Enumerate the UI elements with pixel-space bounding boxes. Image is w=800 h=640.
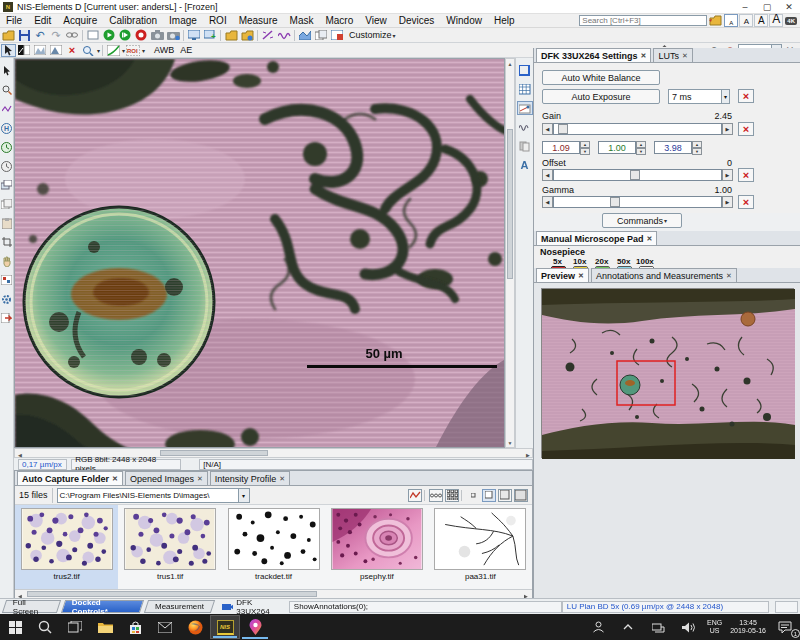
measurement-pane-icon[interactable] — [517, 101, 533, 115]
close-button[interactable]: ✕ — [778, 0, 800, 13]
gain-blue-spinner[interactable]: ▲▼ — [692, 141, 702, 154]
awb-button[interactable]: AWB — [151, 45, 177, 55]
lut-icon[interactable] — [106, 44, 121, 57]
camera-folder-icon[interactable] — [240, 29, 255, 42]
dropdown-arrow-icon[interactable]: ▾ — [721, 90, 729, 103]
menu-edit[interactable]: Edit — [28, 15, 57, 26]
thumbnail-size-small-icon[interactable] — [482, 489, 496, 502]
slider-right-icon[interactable]: ▶ — [722, 196, 733, 208]
menu-macro[interactable]: Macro — [319, 15, 359, 26]
search-input[interactable] — [579, 15, 707, 26]
close-icon[interactable]: ✕ — [682, 52, 688, 60]
preview-image[interactable] — [541, 288, 794, 458]
dropdown-arrow-icon[interactable]: ▾ — [239, 488, 250, 503]
auto-exposure-clock-icon[interactable] — [1, 141, 13, 153]
gain-red-spinner[interactable]: ▲▼ — [580, 141, 590, 154]
menu-mask[interactable]: Mask — [284, 15, 320, 26]
close-icon[interactable]: ✕ — [726, 272, 732, 280]
close-icon[interactable]: ✕ — [647, 235, 653, 243]
settings-gear-icon[interactable] — [1, 293, 13, 305]
export-icon[interactable] — [1, 312, 13, 324]
slider-thumb[interactable] — [630, 170, 640, 180]
people-icon[interactable] — [583, 615, 613, 639]
dropdown-arrow-icon[interactable]: ▾ — [97, 47, 100, 54]
save-icon[interactable] — [17, 29, 32, 42]
file-explorer-icon[interactable] — [90, 615, 120, 639]
gain-blue-value[interactable]: 3.98 — [654, 141, 692, 154]
thumbnail-paa31[interactable]: paa31.tif — [429, 505, 532, 589]
slider-thumb[interactable] — [610, 197, 620, 207]
close-icon[interactable]: ✕ — [112, 475, 118, 483]
menu-measure[interactable]: Measure — [233, 15, 284, 26]
commands-button[interactable]: Commands▾ — [602, 213, 682, 228]
menu-file[interactable]: File — [0, 15, 28, 26]
tab-camera-settings[interactable]: DFK 33UX264 Settings✕ — [536, 48, 651, 62]
duplicate-icon[interactable] — [1, 198, 13, 210]
display-add-icon[interactable]: + — [203, 29, 218, 42]
chevron-up-icon[interactable] — [613, 615, 643, 639]
gain-slider[interactable]: ◀ ▶ — [542, 123, 733, 135]
image-vertical-scrollbar[interactable]: ▲ ▼ — [505, 58, 515, 448]
clock[interactable]: 13:452019-05-16 — [730, 619, 766, 635]
folder-path-combo[interactable]: C:\Program Files\NIS-Elements D\images\ — [57, 488, 239, 503]
exposure-value-combo[interactable]: 7 ms▾ — [668, 89, 730, 104]
close-icon[interactable]: ✕ — [578, 272, 584, 280]
menu-acquire[interactable]: Acquire — [57, 15, 103, 26]
slider-left-icon[interactable]: ◀ — [542, 123, 553, 135]
magnifier-icon[interactable] — [1, 84, 13, 96]
reset-exposure-button[interactable]: × — [738, 89, 754, 103]
font-size-medium-button[interactable]: A — [739, 14, 753, 27]
thumbnail-size-large-icon[interactable] — [514, 489, 528, 502]
menu-devices[interactable]: Devices — [393, 15, 441, 26]
auto-capture-icon[interactable] — [166, 29, 181, 42]
list-view-icon[interactable] — [429, 489, 443, 502]
search-folder-icon[interactable] — [708, 14, 723, 27]
gain-red-value[interactable]: 1.09 — [542, 141, 580, 154]
scrollbar-thumb[interactable] — [27, 591, 317, 597]
offset-slider[interactable]: ◀ ▶ — [542, 169, 733, 181]
tab-annotations-measurements[interactable]: Annotations and Measurements✕ — [591, 268, 737, 282]
dropdown-arrow-icon[interactable]: ▾ — [142, 47, 145, 54]
tab-preview[interactable]: Preview✕ — [536, 268, 589, 282]
language-indicator[interactable]: ENGUS — [707, 619, 722, 635]
display-icon[interactable] — [187, 29, 202, 42]
paste-icon[interactable] — [1, 217, 13, 229]
start-button[interactable] — [0, 615, 30, 639]
overlay-window-icon[interactable] — [330, 29, 345, 42]
gain-green-spinner[interactable]: ▲▼ — [636, 141, 646, 154]
thumbnail-trus2[interactable]: trus2.tif — [15, 505, 118, 589]
slider-left-icon[interactable]: ◀ — [542, 196, 553, 208]
gain-green-value[interactable]: 1.00 — [598, 141, 636, 154]
scroll-up-icon[interactable]: ▲ — [506, 59, 514, 68]
volume-icon[interactable] — [673, 615, 703, 639]
mail-icon[interactable] — [150, 615, 180, 639]
manual-exposure-clock-icon[interactable] — [1, 160, 13, 172]
layout-windows-icon[interactable] — [314, 29, 329, 42]
layout-tab-measurement[interactable]: Measurement — [143, 600, 214, 613]
undo-icon[interactable]: ↶ — [33, 29, 48, 42]
redo-icon[interactable]: ↷ — [49, 29, 64, 42]
thumbnail-trackdet[interactable]: trackdet.tif — [222, 505, 325, 589]
menu-image[interactable]: Image — [163, 15, 203, 26]
main-image-view[interactable]: 50 µm — [14, 58, 505, 448]
histogram-icon[interactable] — [33, 44, 48, 57]
scrollbar-thumb[interactable] — [507, 129, 513, 279]
auto-white-balance-button[interactable]: Auto White Balance — [542, 70, 660, 85]
thumbnail-trus1[interactable]: trus1.tif — [118, 505, 221, 589]
crop-icon[interactable] — [1, 236, 13, 248]
store-icon[interactable] — [120, 615, 150, 639]
auto-exposure-button[interactable]: Auto Exposure — [542, 89, 660, 104]
menu-roi[interactable]: ROI — [203, 15, 233, 26]
nis-elements-taskbar-icon[interactable]: NIS — [210, 615, 240, 639]
annotation-tool-icon[interactable] — [261, 29, 276, 42]
roi-icon[interactable]: ROI — [126, 44, 141, 57]
pointer-tool-icon[interactable] — [1, 44, 16, 57]
layout-tab-full-screen[interactable]: Full Screen — [2, 600, 61, 613]
customize-button[interactable]: Customize▾ — [349, 30, 396, 40]
scroll-down-icon[interactable]: ▼ — [506, 438, 514, 447]
menu-help[interactable]: Help — [488, 15, 521, 26]
slider-left-icon[interactable]: ◀ — [542, 169, 553, 181]
reset-gain-button[interactable]: × — [738, 122, 754, 136]
slider-right-icon[interactable]: ▶ — [722, 169, 733, 181]
close-icon[interactable]: ✕ — [197, 475, 203, 483]
